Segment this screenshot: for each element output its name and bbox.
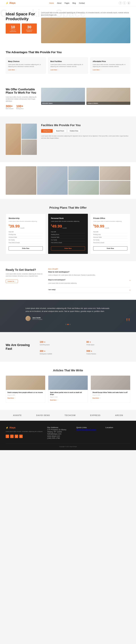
articles-heading: Articles That We Write: [6, 369, 130, 372]
footer: ⚡ Alaya Lorem ipsum dolor sit amet, cons…: [0, 421, 136, 450]
offer-img-1-label: Minimalist Space: [41, 102, 85, 105]
brands-section: AVANTEDAVID DENGTECHCOMEXPRESSARCON: [0, 410, 136, 421]
growing-stat-num-3: 999 +: [86, 348, 130, 353]
price-feature: Fast Wifi: [9, 230, 43, 233]
testimonial-dot-1[interactable]: [68, 324, 68, 325]
getstarted-right-heading: How to rent workspace?: [48, 271, 130, 273]
hero-section: Coworking Space Ideal Space For Producti…: [0, 6, 136, 43]
hero-img-right: [86, 18, 130, 43]
nav-social-f[interactable]: f: [119, 2, 122, 4]
hero-img-left: [41, 18, 86, 43]
price-feature: For Family: [51, 239, 85, 241]
brand-logo-1: DAVID DENG: [36, 414, 50, 416]
article-card-0: Dutch company hires people without a cv …: [6, 376, 45, 403]
getstarted-left: Ready To Get Started? Lorem ipsum dolor …: [6, 268, 43, 293]
nav-link-about[interactable]: About: [57, 2, 61, 4]
growing-stats: 100 + Coworking Space 80 + Private Space…: [40, 339, 130, 354]
article-link-0[interactable]: Read More: [7, 398, 16, 399]
stat-2-number: 30: [24, 25, 35, 29]
footer-social-t[interactable]: t: [10, 435, 14, 438]
footer-address: Our Address 175 Prospect St AlbanyAlbany…: [47, 426, 72, 439]
plan-desc-2: Lorem ipsum dolor sit amet consectetur a…: [93, 220, 127, 222]
offer-counter-1: 300+ Office Available: [6, 104, 13, 109]
footer-link-2[interactable]: Blog: [86, 428, 90, 431]
adv-link-1[interactable]: Learn More: [50, 69, 86, 70]
nav-links: HomeAboutPagesBlogContact: [49, 2, 85, 4]
brand-logo-3: EXPRESS: [90, 414, 100, 416]
testimonial-dot-0[interactable]: [66, 324, 67, 325]
article-link-2[interactable]: Read More: [92, 398, 101, 399]
faq-list: Steps to rent workspace? Lorem ipsum dol…: [48, 278, 130, 292]
brand-logo-0: AVANTE: [13, 414, 21, 416]
hero-image: [41, 18, 130, 43]
hero-stats: 10 Years of Experience 30 Workspace Solu…: [6, 24, 37, 34]
footer-social-g[interactable]: g: [15, 435, 18, 438]
facilities-section: Facilities We Provide For You Dining Are…: [0, 116, 136, 162]
faq-question-1[interactable]: I am ready!: [48, 289, 130, 291]
facilities-tab-1[interactable]: Board Room: [54, 129, 66, 133]
nav-social-t[interactable]: t: [123, 2, 126, 4]
article-body-0: Dutch company hires people without a cv …: [6, 390, 45, 401]
plan-btn-2[interactable]: Order Now: [93, 246, 127, 250]
nav-link-contact[interactable]: Contact: [79, 2, 85, 4]
nav-link-blog[interactable]: Blog: [72, 2, 76, 4]
footer-link-3[interactable]: Contact: [90, 428, 96, 431]
hero-stat-2: 30 Workspace Solutions: [22, 24, 37, 34]
price-feature: Free Drink & Snack: [51, 241, 85, 244]
nav-logo[interactable]: ⚡ Alaya: [6, 2, 15, 4]
testimonial-dot-2[interactable]: [69, 324, 70, 325]
article-link-1[interactable]: Read More: [50, 399, 58, 401]
contact-button[interactable]: Contact Us →: [6, 280, 18, 283]
hero-heading: Ideal Space For Productivity: [6, 12, 37, 21]
article-img-2: [91, 376, 130, 390]
navbar: ⚡ Alaya HomeAboutPagesBlogContact ftin: [0, 0, 136, 6]
nav-social-in[interactable]: in: [127, 2, 130, 4]
footer-location-heading: Location: [105, 426, 130, 428]
nav-link-pages[interactable]: Pages: [65, 2, 69, 4]
hero-desc: Lorem ipsum dolor sit amet, consectetur …: [41, 12, 130, 16]
offer-left: We Offer Comfortable Place To Work For Y…: [6, 88, 37, 109]
price-feature: Free Drink & Snack: [93, 241, 127, 244]
offer-counter-2: 100+ Meeting Room: [16, 104, 24, 109]
getstarted-label: Have a thought?: [48, 268, 130, 270]
plan-btn-0[interactable]: Order Now: [9, 246, 43, 250]
price-feature: Free Drink & Snack: [9, 241, 43, 244]
growing-stat-2: 300 + Workspaces Available: [40, 348, 84, 354]
plan-name-2: Private Office: [93, 217, 127, 219]
footer-link-0[interactable]: Home: [76, 428, 81, 431]
stat-2-label: Workspace Solutions: [24, 29, 35, 32]
adv-link-2[interactable]: Learn More: [93, 69, 128, 70]
gallery-img-3: [100, 166, 130, 180]
offer-counters: 300+ Office Available 100+ Meeting Room: [6, 104, 37, 109]
article-body-2: Should Europe follow Twitter and make fa…: [91, 390, 130, 401]
growing-stat-label-3: Positive Reviews: [86, 353, 130, 354]
footer-location-col: Location: [105, 426, 130, 439]
price-feature: Meeting Room: [51, 233, 85, 236]
plan-btn-1[interactable]: Order Now: [51, 246, 85, 250]
advantages-grid: Many Choices Lorem ipsum dolor sit amet,…: [6, 58, 130, 74]
footer-link-1[interactable]: About: [81, 428, 86, 431]
testimonial-text: Lorem ipsum dolor sit amet, consectetur …: [25, 307, 111, 313]
articles-grid: Dutch company hires people without a cv …: [6, 376, 130, 403]
facilities-tabs: Dining AreaBoard RoomOutdoor Area: [41, 129, 130, 133]
facilities-tab-0[interactable]: Dining Area: [41, 129, 53, 133]
logo-icon: ⚡: [6, 2, 8, 4]
article-date-0: August 3, 2021: [7, 394, 44, 396]
growing-stat-1: 80 + Private Space: [86, 339, 130, 346]
author-info: Jane Smith CEO at Company: [32, 317, 42, 320]
gallery-img-1: [68, 166, 99, 180]
testimonial-author: Jane Smith CEO at Company: [25, 316, 111, 321]
adv-link-0[interactable]: Learn More: [8, 69, 43, 70]
growing-stat-label-0: Coworking Space: [40, 344, 84, 346]
plan-name-0: Membership: [9, 217, 43, 219]
footer-social-f[interactable]: f: [6, 435, 9, 438]
footer-links-heading: Quick Links: [76, 426, 101, 428]
article-card-2: Should Europe follow Twitter and make fa…: [91, 376, 130, 403]
price-feature: Personal Table: [9, 236, 43, 239]
offer-img-2: Unique & Modern: [86, 88, 130, 105]
footer-social-in[interactable]: in: [19, 435, 23, 438]
faq-question-0[interactable]: Steps to rent workspace?: [48, 279, 130, 281]
nav-link-home[interactable]: Home: [49, 2, 54, 4]
price-feature: Personal Table: [51, 236, 85, 239]
facilities-tab-2[interactable]: Outdoor Area: [68, 129, 80, 133]
